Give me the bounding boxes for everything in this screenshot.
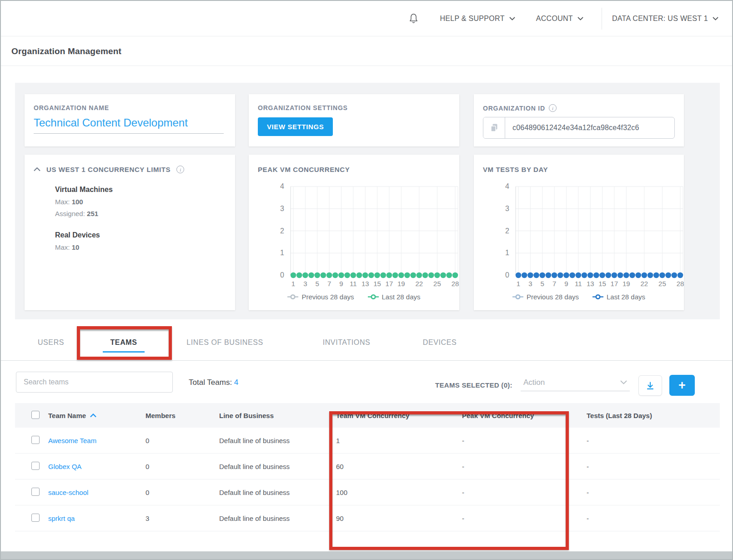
select-all-checkbox[interactable] — [31, 411, 40, 419]
svg-text:1: 1 — [505, 249, 509, 257]
svg-text:7: 7 — [327, 280, 331, 288]
table-row: Globex QA0Default line of business60-- — [15, 454, 720, 479]
copy-icon — [489, 123, 499, 133]
chart-legend: Previous 28 daysLast 28 days — [258, 293, 459, 301]
team-name-link[interactable]: Awesome Team — [48, 437, 96, 444]
chevron-up-icon[interactable] — [34, 167, 40, 172]
svg-text:1: 1 — [280, 249, 284, 257]
tab-label: USERS — [38, 338, 64, 347]
copy-button[interactable] — [483, 117, 505, 138]
real-devices-heading: Real Devices — [55, 231, 226, 239]
tab-teams[interactable]: TEAMS — [87, 325, 160, 360]
cell-peak-vm-concurrency: - — [462, 515, 587, 522]
organization-id-card: ORGANIZATION ID i c064890612424e34a12fca… — [474, 94, 684, 146]
svg-text:22: 22 — [641, 280, 648, 288]
vm-max-line: Max: 100 — [55, 198, 226, 206]
legend-marker-icon — [287, 294, 298, 300]
svg-text:2: 2 — [505, 227, 509, 235]
chart-title: VM TESTS BY DAY — [483, 166, 684, 173]
tab-devices[interactable]: DEVICES — [403, 325, 476, 360]
legend-marker-icon — [592, 294, 603, 300]
svg-text:28: 28 — [452, 280, 459, 288]
svg-text:13: 13 — [361, 280, 369, 288]
concurrency-limits-card: US WEST 1 CONCURRENCY LIMITS i Virtual M… — [25, 155, 235, 310]
action-dropdown[interactable]: Action — [521, 374, 630, 391]
organization-name-field[interactable]: Technical Content Development — [34, 116, 224, 134]
legend-item[interactable]: Last 28 days — [592, 293, 645, 301]
team-name-link[interactable]: Globex QA — [48, 463, 81, 470]
svg-text:1: 1 — [291, 280, 295, 288]
column-header-members: Members — [146, 412, 219, 419]
organization-name-label: ORGANIZATION NAME — [34, 104, 226, 111]
cell-line-of-business: Default line of business — [219, 463, 336, 470]
data-center-menu[interactable]: DATA CENTER: US WEST 1 — [612, 15, 718, 23]
column-header-line-of-business: Line of Business — [219, 412, 336, 419]
chevron-down-icon — [577, 17, 583, 20]
tab-label: DEVICES — [423, 338, 457, 347]
cell-tests-last-28-days: - — [587, 463, 720, 470]
team-name-link[interactable]: sprkrt qa — [48, 515, 75, 522]
topbar: HELP & SUPPORT ACCOUNT DATA CENTER: US W… — [1, 1, 732, 36]
chart-plot-area: 01234135791113151719222528 — [483, 180, 684, 291]
tab-lines-of-business[interactable]: LINES OF BUSINESS — [160, 325, 290, 360]
teams-selected-label: TEAMS SELECTED (0): — [435, 381, 512, 389]
legend-item[interactable]: Previous 28 days — [512, 293, 579, 301]
notification-bell-button[interactable] — [408, 13, 419, 24]
chevron-down-icon — [509, 17, 515, 20]
svg-text:13: 13 — [587, 280, 594, 288]
download-icon — [645, 381, 655, 391]
view-settings-button[interactable]: VIEW SETTINGS — [258, 117, 333, 136]
bottom-strip — [1, 551, 732, 559]
help-support-label: HELP & SUPPORT — [440, 15, 504, 23]
legend-item[interactable]: Last 28 days — [368, 293, 421, 301]
svg-text:4: 4 — [505, 182, 509, 190]
cell-peak-vm-concurrency: - — [462, 437, 587, 444]
tab-label: TEAMS — [110, 338, 137, 347]
account-menu[interactable]: ACCOUNT — [536, 15, 583, 23]
cell-team-vm-concurrency: 100 — [336, 489, 462, 496]
legend-label: Last 28 days — [607, 293, 645, 301]
svg-text:19: 19 — [623, 280, 630, 288]
team-name-link[interactable]: sauce-school — [48, 489, 88, 496]
table-header-row: Team Name Members Line of Business Team … — [15, 403, 720, 428]
organization-settings-label: ORGANIZATION SETTINGS — [258, 104, 450, 111]
cell-line-of-business: Default line of business — [219, 515, 336, 522]
cell-team-vm-concurrency: 1 — [336, 437, 462, 444]
tab-invitations[interactable]: INVITATIONS — [290, 325, 403, 360]
cell-team-vm-concurrency: 90 — [336, 515, 462, 522]
column-header-team-name[interactable]: Team Name — [48, 412, 146, 419]
tab-users[interactable]: USERS — [15, 325, 87, 360]
svg-text:17: 17 — [386, 280, 393, 288]
row-checkbox[interactable] — [31, 514, 40, 522]
search-input[interactable] — [16, 372, 173, 393]
chevron-down-icon — [620, 380, 627, 384]
overview-panel: ORGANIZATION NAME Technical Content Deve… — [15, 83, 720, 319]
column-header-tests-last-28-days: Tests (Last 28 Days) — [587, 412, 720, 419]
row-checkbox[interactable] — [31, 462, 40, 470]
help-support-menu[interactable]: HELP & SUPPORT — [440, 15, 515, 23]
svg-text:3: 3 — [528, 280, 532, 288]
teams-table: Team Name Members Line of Business Team … — [15, 403, 720, 531]
page-title-bar: Organization Management — [1, 37, 732, 66]
action-placeholder: Action — [523, 378, 545, 387]
row-checkbox[interactable] — [31, 488, 40, 496]
row-checkbox[interactable] — [31, 436, 40, 444]
svg-text:19: 19 — [397, 280, 405, 288]
rd-max-line: Max: 10 — [55, 243, 226, 251]
legend-marker-icon — [368, 294, 379, 300]
legend-item[interactable]: Previous 28 days — [287, 293, 354, 301]
vm-assigned-line: Assigned: 251 — [55, 210, 226, 217]
svg-text:7: 7 — [552, 280, 556, 288]
table-row: sauce-school0Default line of business100… — [15, 479, 720, 505]
chart-legend: Previous 28 daysLast 28 days — [483, 293, 684, 301]
page-title: Organization Management — [11, 46, 121, 56]
legend-label: Previous 28 days — [527, 293, 579, 301]
svg-text:0: 0 — [280, 271, 284, 279]
organization-id-value: c064890612424e34a12fca98ce4f32c6 — [505, 117, 674, 138]
download-button[interactable] — [638, 375, 662, 396]
table-row: sprkrt qa3Default line of business90-- — [15, 505, 720, 531]
add-team-button[interactable]: + — [669, 375, 695, 396]
svg-text:9: 9 — [564, 280, 568, 288]
svg-text:1: 1 — [517, 280, 520, 288]
cell-line-of-business: Default line of business — [219, 437, 336, 444]
